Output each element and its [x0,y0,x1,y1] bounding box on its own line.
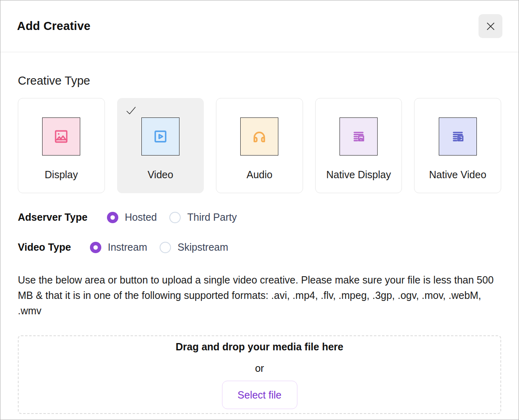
audio-icon-box [240,117,278,156]
close-icon [485,21,496,32]
checkmark-icon [126,105,137,116]
video-type-label: Video Type [18,241,90,253]
file-dropzone[interactable]: Drag and drop your media file here or Se… [18,335,501,414]
card-video[interactable]: Video [117,98,204,193]
video-icon-box [141,117,179,156]
creative-type-cards: Display Video [18,98,501,193]
radio-unselected-icon[interactable] [160,242,171,253]
radio-option-instream[interactable]: Instream [90,241,147,253]
modal-title: Add Creative [17,19,90,33]
select-file-button[interactable]: Select file [222,381,297,409]
radio-label: Hosted [125,211,157,223]
dropzone-or-text: or [19,362,500,374]
card-label: Display [45,169,78,181]
card-audio[interactable]: Audio [216,98,303,193]
adserver-type-label: Adserver Type [18,211,107,223]
add-creative-modal: Add Creative Creative Type [0,0,519,420]
video-play-icon [152,128,169,145]
headphones-icon [250,128,268,145]
dropzone-text: Drag and drop your media file here [19,341,500,353]
native-video-icon-box [439,117,477,156]
article-video-icon [449,128,467,145]
card-label: Native Display [326,169,391,181]
card-native-display[interactable]: Native Display [315,98,402,193]
close-button[interactable] [478,14,502,38]
card-label: Native Video [429,169,486,181]
video-type-row: Video Type Instream Skipstream [18,241,501,253]
modal-header: Add Creative [0,0,519,52]
radio-unselected-icon[interactable] [169,212,181,223]
creative-type-heading: Creative Type [18,74,501,87]
card-display[interactable]: Display [18,98,105,193]
upload-instructions: Use the below area or button to upload a… [18,272,501,318]
radio-option-skipstream[interactable]: Skipstream [160,241,228,253]
card-label: Audio [247,169,273,181]
display-icon-box [42,117,80,156]
article-image-icon [350,128,367,145]
radio-option-third-party[interactable]: Third Party [169,211,237,223]
radio-selected-icon[interactable] [107,212,118,223]
radio-option-hosted[interactable]: Hosted [107,211,157,223]
card-label: Video [147,169,173,181]
radio-label: Instream [108,241,147,253]
card-native-video[interactable]: Native Video [414,98,501,193]
modal-body: Creative Type Display [0,74,519,414]
image-icon [52,128,70,145]
radio-label: Skipstream [177,241,228,253]
adserver-type-row: Adserver Type Hosted Third Party [18,211,501,223]
native-display-icon-box [340,117,378,156]
radio-selected-icon[interactable] [90,242,101,253]
radio-label: Third Party [187,211,237,223]
